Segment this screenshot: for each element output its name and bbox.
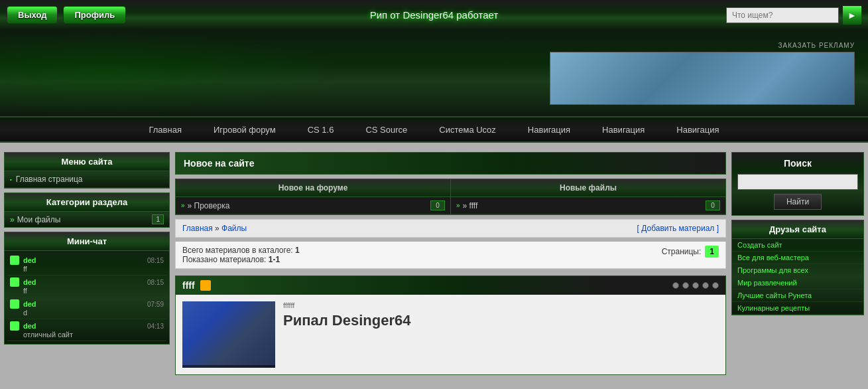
file-card-header: ffff	[176, 276, 725, 295]
chat-messages: ded 08:15 ff ded 08:15 ff	[5, 251, 169, 344]
chat-avatar-3	[10, 321, 19, 331]
chat-text-3: отличный сайт	[10, 331, 164, 339]
left-sidebar: Меню сайта • Главная страница Категории …	[4, 152, 170, 375]
chat-time-0: 08:15	[147, 257, 164, 264]
new-section-header: Новое на сайте	[175, 152, 726, 175]
friend-item-2[interactable]: Программы для всех	[732, 264, 863, 277]
profile-button[interactable]: Профиль	[63, 6, 126, 24]
chat-avatar-2	[10, 299, 19, 309]
forum-col: Новое на форуме » » Проверка 0	[176, 179, 451, 214]
nav-item-home[interactable]: Главная	[146, 123, 184, 136]
friend-item-0[interactable]: Создать сайт	[732, 239, 863, 252]
friend-item-3[interactable]: Мир развлечений	[732, 277, 863, 289]
category-myfiles[interactable]: » Мои файлы 1	[5, 212, 169, 227]
breadcrumb-files-link[interactable]: Файлы	[221, 224, 247, 233]
friend-item-1[interactable]: Все для веб-мастера	[732, 252, 863, 264]
nav-item-nav1[interactable]: Навигация	[525, 123, 573, 136]
chat-msg-2: ded 07:59 d	[7, 297, 166, 319]
page-number[interactable]: 1	[705, 246, 719, 258]
category-badge: 1	[152, 214, 164, 224]
forum-item-badge: 0	[430, 200, 445, 210]
banner-area: ЗАКАЗАТЬ РЕКЛАМУ	[0, 30, 868, 116]
breadcrumb: Главная » Файлы	[182, 224, 247, 233]
right-search-button[interactable]: Найти	[774, 194, 822, 210]
top-bar-buttons: Выход Профиль	[7, 6, 126, 24]
total-line: Всего материалов в каталоге: 1	[182, 246, 300, 255]
site-title: Рип от Desinger64 работает	[370, 9, 499, 21]
file-card-body: ffffff Рипал Desinger64	[176, 295, 725, 374]
top-search-input[interactable]	[726, 7, 839, 23]
nav-item-ucoz[interactable]: Система Ucoz	[436, 123, 499, 136]
categories-section: Категории раздела » Мои файлы 1	[4, 193, 170, 228]
category-label: Мои файлы	[17, 215, 61, 224]
forum-item-label: » Проверка	[188, 201, 230, 210]
sidebar-home-label: Главная страница	[16, 175, 83, 184]
nav-bar: Главная Игровой форум CS 1.6 CS Source С…	[0, 116, 868, 143]
top-bar: Выход Профиль Рип от Desinger64 работает…	[0, 0, 868, 30]
chat-avatar-0	[10, 256, 19, 265]
ad-banner[interactable]	[550, 52, 855, 105]
files-item-label: » ffff	[463, 201, 478, 210]
file-card-indicator	[200, 280, 211, 291]
materials-count: Всего материалов в каталоге: 1 Показано …	[182, 246, 300, 264]
chat-name-3: ded	[23, 322, 36, 330]
shown-value: 1-1	[269, 255, 280, 264]
nav-item-forum[interactable]: Игровой форум	[211, 123, 279, 136]
exit-button[interactable]: Выход	[7, 6, 58, 24]
menu-section: Меню сайта • Главная страница	[4, 152, 170, 189]
ad-label[interactable]: ЗАКАЗАТЬ РЕКЛАМУ	[778, 42, 855, 49]
top-search-button[interactable]: ►	[843, 6, 861, 25]
breadcrumb-bar: Главная » Файлы [ Добавить материал ]	[175, 219, 726, 238]
chat-msg-0: ded 08:15 ff	[7, 254, 166, 275]
breadcrumb-sep: »	[215, 224, 221, 233]
materials-info: Всего материалов в каталоге: 1 Показано …	[175, 242, 726, 269]
dot-4	[702, 282, 709, 289]
files-col: Новые файлы » » ffff 0	[451, 179, 725, 214]
top-search-area: ►	[726, 6, 861, 25]
friend-item-5[interactable]: Кулинарные рецепты	[732, 302, 863, 315]
dot-3	[692, 282, 699, 289]
forum-files-row: Новое на форуме » » Проверка 0 Новые фай…	[175, 179, 726, 215]
categories-title: Категории раздела	[5, 193, 169, 212]
right-search-section: Поиск Найти	[731, 152, 864, 216]
search-arrow-icon: ►	[847, 10, 857, 21]
file-info: ffffff Рипал Desinger64	[283, 301, 719, 368]
minichat-title: Мини-чат	[5, 232, 169, 251]
forum-item-0[interactable]: » » Проверка 0	[176, 197, 450, 214]
friends-section: Друзья сайта Создать сайт Все для веб-ма…	[731, 220, 864, 315]
file-thumb-label	[182, 365, 275, 368]
file-main-title: Рипал Desinger64	[283, 312, 719, 329]
chat-name-0: ded	[23, 256, 36, 264]
file-subtitle: ffffff	[283, 301, 719, 309]
friends-title: Друзья сайта	[732, 220, 863, 239]
nav-item-cssource[interactable]: CS Source	[363, 123, 410, 136]
chat-text-0: ff	[10, 265, 164, 273]
minichat-section: Мини-чат ded 08:15 ff ded 08:15	[4, 232, 170, 345]
file-card-dots	[672, 282, 719, 289]
dot-5	[712, 282, 719, 289]
total-value: 1	[295, 246, 300, 255]
nav-item-nav2[interactable]: Навигация	[599, 123, 647, 136]
right-search-title: Поиск	[737, 158, 858, 169]
file-thumbnail[interactable]	[182, 301, 275, 368]
main-layout: Меню сайта • Главная страница Категории …	[0, 152, 868, 382]
pages-block: Страницы: 1	[662, 246, 719, 258]
forum-col-header: Новое на форуме	[176, 179, 450, 197]
chat-msg-3: ded 04:13 отличный сайт	[7, 319, 166, 341]
forum-arrow-icon: »	[181, 202, 185, 209]
files-arrow-icon: »	[456, 202, 460, 209]
friend-item-4[interactable]: Лучшие сайты Рунета	[732, 289, 863, 302]
chat-text-2: d	[10, 309, 164, 317]
separator	[0, 143, 868, 152]
nav-item-nav3[interactable]: Навигация	[674, 123, 721, 136]
nav-item-cs16[interactable]: CS 1.6	[305, 123, 337, 136]
bullet-icon: •	[10, 177, 12, 183]
files-item-0[interactable]: » » ffff 0	[451, 197, 725, 214]
sidebar-home-item[interactable]: • Главная страница	[5, 171, 169, 188]
add-material-link[interactable]: [ Добавить материал ]	[637, 224, 719, 233]
file-card-title: ffff	[182, 280, 195, 291]
breadcrumb-home-link[interactable]: Главная	[182, 224, 213, 233]
right-search-input[interactable]	[737, 174, 858, 190]
center-content: Новое на сайте Новое на форуме » » Прове…	[175, 152, 726, 375]
files-item-badge: 0	[706, 200, 720, 210]
